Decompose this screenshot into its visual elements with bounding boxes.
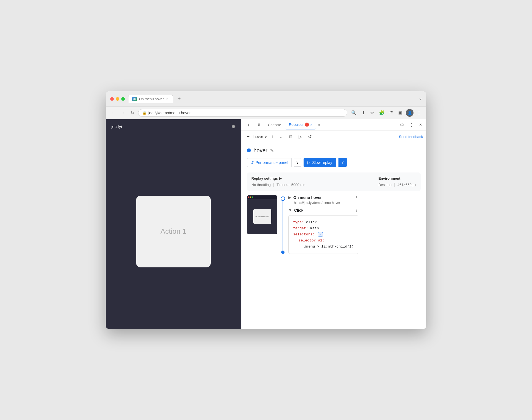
profile-btn[interactable]: 👤 xyxy=(406,109,414,117)
webpage-panel: jec.fyi ✺ Action 1 xyxy=(106,119,241,329)
code-selectors-key: selectors: xyxy=(293,232,315,236)
tab-favicon xyxy=(132,97,137,101)
code-type-val: click xyxy=(306,220,317,224)
code-selector1-val: #menu > li:nth-child(1) xyxy=(304,244,354,249)
perf-panel-icon: ↺ xyxy=(251,160,254,165)
settings-section: Replay settings ▶ No throttling | Timeou… xyxy=(247,172,421,191)
perf-panel-dropdown-btn[interactable]: ∨ xyxy=(294,158,301,167)
click-more-icon[interactable]: ⋮ xyxy=(354,208,358,212)
devtools-menu-btn[interactable]: ⋮ xyxy=(407,121,416,129)
refresh-btn[interactable]: ↻ xyxy=(129,109,136,116)
recording-select[interactable]: hover ∨ xyxy=(254,134,267,139)
new-tab-btn[interactable]: + xyxy=(175,95,183,103)
replay-values: No throttling | Timeout: 5000 ms xyxy=(251,182,305,187)
tab-console[interactable]: Console xyxy=(265,121,285,129)
click-step: ▼ Click ⋮ type: click xyxy=(288,208,358,254)
step-connector-line xyxy=(281,195,285,254)
traffic-lights xyxy=(110,97,125,101)
dimensions-label: 461×660 px xyxy=(397,183,416,187)
slow-replay-btn[interactable]: ▷ Slow replay xyxy=(304,158,336,167)
step-thumbnail: Hover over me! xyxy=(247,195,277,234)
action-label: Action 1 xyxy=(160,227,186,236)
webpage-header: jec.fyi ✺ xyxy=(106,119,241,134)
slow-replay-play-icon: ▷ xyxy=(307,160,310,165)
recorder-upload-btn[interactable]: ↑ xyxy=(269,133,276,140)
address-bar[interactable]: 🔒 jec.fyi/demo/menu-hover xyxy=(138,109,347,117)
minimize-traffic-light[interactable] xyxy=(116,97,119,101)
devtools-settings-btn[interactable]: ⚙ xyxy=(398,121,406,129)
environment-col: Environment Desktop | 461×660 px xyxy=(378,176,416,187)
rec-toolbar-icons: ↑ ↓ 🗑 ▷ ↺ xyxy=(269,133,314,140)
recorder-download-btn[interactable]: ↓ xyxy=(278,133,284,140)
performance-panel-btn[interactable]: ↺ Performance panel xyxy=(247,158,292,167)
thumb-titlebar xyxy=(247,195,277,199)
address-text: jec.fyi/demo/menu-hover xyxy=(148,111,191,115)
tab-end-arrow[interactable]: ∨ xyxy=(419,97,422,101)
code-selector1-val-line: #menu > li:nth-child(1) xyxy=(293,244,354,250)
desktop-label: Desktop xyxy=(378,183,392,187)
click-code-block: type: click target: main selectors: xyxy=(288,215,358,254)
slow-replay-dropdown-btn[interactable]: ∨ xyxy=(338,158,347,167)
recorder-play-btn[interactable]: ▷ xyxy=(296,133,304,140)
recording-name-label: hover xyxy=(254,134,263,139)
main-content: jec.fyi ✺ Action 1 ⊹ ⧉ Console Recorder … xyxy=(106,119,426,329)
title-bar: On menu hover × + ∨ xyxy=(106,91,426,107)
code-selector1-line: selector #1: xyxy=(293,238,354,244)
code-target-val: main xyxy=(310,226,319,230)
share-icon[interactable]: ⬆ xyxy=(360,109,367,116)
tab-recorder[interactable]: Recorder 🔴 × xyxy=(286,120,315,129)
more-tabs-btn[interactable]: » xyxy=(317,121,322,128)
thumb-green xyxy=(252,196,253,198)
devtools-cursor-btn[interactable]: ⊹ xyxy=(244,121,253,129)
code-type-line: type: click xyxy=(293,219,354,225)
selector-arrow-icon: ↖ xyxy=(320,232,321,237)
thumb-card: Hover over me! xyxy=(253,209,271,224)
action-card: Action 1 xyxy=(136,196,211,267)
close-traffic-light[interactable] xyxy=(110,97,114,101)
back-btn[interactable]: ← xyxy=(109,109,117,116)
send-feedback-link[interactable]: Send feedback xyxy=(399,135,423,139)
tab-bar: On menu hover × + ∨ xyxy=(128,95,422,103)
step-connector xyxy=(283,201,283,251)
lock-icon: 🔒 xyxy=(142,111,147,115)
replay-settings-heading[interactable]: Replay settings ▶ xyxy=(251,176,305,180)
forward-btn[interactable]: → xyxy=(119,109,127,116)
perf-panel-label: Performance panel xyxy=(256,160,288,165)
search-icon[interactable]: 🔍 xyxy=(349,109,358,116)
webpage-content: Action 1 xyxy=(106,134,241,329)
maximize-traffic-light[interactable] xyxy=(121,97,125,101)
tab-title: On menu hover xyxy=(139,97,164,101)
code-target-line: target: main xyxy=(293,225,354,232)
thumb-card-text: Hover over me! xyxy=(256,216,269,217)
recorder-toolbar: + hover ∨ ↑ ↓ 🗑 ▷ ↺ Send feedback xyxy=(241,131,426,143)
browser-tab[interactable]: On menu hover × xyxy=(128,95,173,103)
extensions-icon[interactable]: 🧩 xyxy=(377,109,386,116)
split-screen-icon[interactable]: ▣ xyxy=(397,109,404,116)
recorder-replay-btn[interactable]: ↺ xyxy=(306,133,314,140)
selector-icon[interactable]: ↖ xyxy=(318,232,323,236)
code-target-key: target: xyxy=(293,226,308,230)
recording-name-heading: hover xyxy=(254,147,267,154)
code-type-key: type: xyxy=(293,220,304,224)
bookmark-icon[interactable]: ☆ xyxy=(368,109,376,116)
devtools-copy-btn[interactable]: ⧉ xyxy=(254,120,264,129)
navigate-step-header: ▶ On menu hover ⋮ xyxy=(288,195,358,200)
click-step-title: Click xyxy=(294,208,303,212)
webpage-settings-icon[interactable]: ✺ xyxy=(231,124,236,130)
code-selectors-line: selectors: ↖ xyxy=(293,232,354,238)
navigate-more-icon[interactable]: ⋮ xyxy=(354,195,358,200)
navigate-expand-icon[interactable]: ▶ xyxy=(288,195,291,200)
thumb-red xyxy=(248,196,249,198)
chemistry-icon[interactable]: ⚗ xyxy=(388,109,395,116)
menu-btn[interactable]: ⋮ xyxy=(415,109,423,116)
recorder-tab-close[interactable]: × xyxy=(310,123,312,127)
step-details: ▶ On menu hover ⋮ https://jec.fyi/demo/m… xyxy=(288,195,358,254)
edit-name-icon[interactable]: ✎ xyxy=(270,148,274,153)
recorder-delete-btn[interactable]: 🗑 xyxy=(286,133,295,140)
recorder-add-btn[interactable]: + xyxy=(245,133,251,140)
navigate-step-title: On menu hover xyxy=(293,195,322,200)
click-step-header: ▼ Click ⋮ xyxy=(288,208,358,212)
devtools-close-btn[interactable]: × xyxy=(417,121,424,129)
tab-close-btn[interactable]: × xyxy=(166,97,169,102)
click-expand-icon[interactable]: ▼ xyxy=(288,208,292,212)
